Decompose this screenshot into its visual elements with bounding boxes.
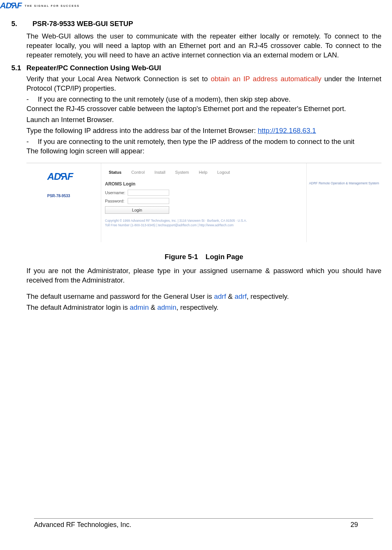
section-5-number: 5. (11, 20, 32, 28)
post-admin-note: If you are not the Administrator, please… (26, 266, 381, 285)
screenshot-right-panel: ADRF Remote Operation & Management Syste… (307, 163, 381, 242)
gen-pass: adrf (235, 292, 247, 300)
verify-line: Verify that your Local Area Network Conn… (26, 74, 381, 93)
admin-user: admin (130, 303, 149, 311)
aroms-login-title: AROMS Login (101, 181, 306, 187)
screenshot-model: PSR-78-9533 (47, 194, 96, 198)
username-input[interactable] (128, 190, 169, 196)
tab-install[interactable]: Install (154, 170, 165, 175)
footer-company: Advanced RF Technologies, Inc. (34, 521, 350, 529)
gen-user: adrf (214, 292, 226, 300)
login-button[interactable]: Login (105, 206, 169, 214)
figure-caption: Figure 5-1Login Page (26, 253, 381, 261)
tab-logout[interactable]: Logout (217, 170, 230, 175)
section-5-1-number: 5.1 (11, 64, 26, 72)
dash-remote-skip: - If you are connecting to the unit remo… (26, 95, 381, 104)
screenshot-copyright: Copyright © 1999 Advanced RF Technologie… (101, 214, 306, 228)
login-will-appear: The following login screen will appear: (26, 147, 381, 156)
tab-status[interactable]: Status (109, 170, 122, 175)
figure-label: Figure 5-1 (165, 253, 198, 261)
connect-line: Connect the RJ-45 crossover cable betwee… (26, 104, 381, 114)
section-5-title: PSR-78-9533 WEB-GUI SETUP (32, 20, 133, 28)
page-footer: Advanced RF Technologies, Inc. 29 (34, 518, 373, 529)
launch-line: Launch an Internet Browser. (26, 115, 381, 125)
page-header: ADRF THE SIGNAL FOR SUCCESS (0, 2, 381, 10)
logo-tagline: THE SIGNAL FOR SUCCESS (25, 4, 80, 8)
dash-remote-modem: - If you are connecting to the unit remo… (26, 137, 381, 147)
password-label: Password: (105, 199, 128, 203)
section-5-intro: The Web-GUI allows the user to communica… (26, 32, 381, 60)
adrf-logo: ADRF (0, 2, 22, 10)
tab-system[interactable]: System (175, 170, 189, 175)
figure-title: Login Page (205, 253, 243, 261)
section-5-heading: 5.PSR-78-9533 WEB-GUI SETUP (11, 20, 381, 28)
admin-pass: admin (157, 303, 176, 311)
password-input[interactable] (128, 198, 169, 204)
ip-link[interactable]: http://192.168.63.1 (258, 127, 316, 134)
default-general-user: The default username and password for th… (26, 292, 381, 301)
screenshot-tabs: Status Control Install System Help Logou… (101, 170, 306, 175)
obtain-ip-red: obtain an IP address automatically (211, 75, 321, 83)
username-label: Username: (105, 190, 128, 195)
section-5-1-heading: 5.1Repeater/PC Connection Using Web-GUI (11, 64, 381, 72)
tab-help[interactable]: Help (199, 170, 208, 175)
login-screenshot: ADRF PSR-78-9533 Status Control Install … (26, 163, 381, 242)
footer-page-number: 29 (350, 521, 373, 529)
screenshot-adrf-logo: ADRF (47, 171, 96, 182)
type-ip-line: Type the following IP address into the a… (26, 126, 381, 136)
section-5-1-title: Repeater/PC Connection Using Web-GUI (26, 64, 161, 72)
default-admin: The default Administrator login is admin… (26, 303, 381, 312)
screenshot-main: Status Control Install System Help Logou… (101, 163, 307, 242)
tab-control[interactable]: Control (131, 170, 145, 175)
screenshot-sidebar: ADRF PSR-78-9533 (26, 163, 101, 242)
